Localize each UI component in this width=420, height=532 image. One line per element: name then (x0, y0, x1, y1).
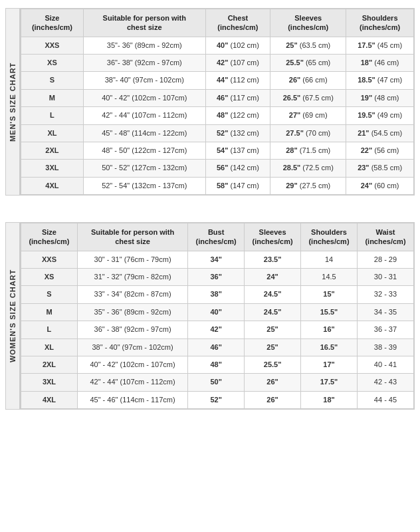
column-header: Size(inches/cm) (21, 9, 84, 37)
table-cell: 25.5" (65 cm) (270, 54, 346, 71)
table-cell: 35" - 36" (89cm - 92cm) (77, 303, 187, 321)
table-cell: 18.5" (47 cm) (346, 72, 414, 89)
table-cell: 18" (301, 391, 358, 408)
table-cell: 45" - 48" (114cm - 122cm) (83, 124, 205, 142)
table-cell: 3XL (21, 374, 78, 391)
table-cell: XXS (21, 251, 78, 268)
table-row: XL45" - 48" (114cm - 122cm)52" (132 cm)2… (21, 124, 414, 142)
table-cell: 42" - 44" (107cm - 112cm) (83, 107, 205, 124)
table-cell: 26" (245, 374, 301, 391)
table-cell: 2XL (21, 356, 78, 374)
mens-size-chart: MEN'S SIZE CHARTSize(inches/cm)Suitable … (5, 8, 415, 196)
table-cell: 28" (71.5 cm) (270, 142, 346, 159)
table-cell: 40" - 42" (102cm - 107cm) (83, 89, 205, 106)
table-cell: 23" (58.5 cm) (346, 160, 414, 177)
table-cell: 24.5" (245, 286, 301, 303)
table-row: XXS30" - 31" (76cm - 79cm)34" 23.5" 1428… (21, 251, 414, 268)
table-row: 3XL42" - 44" (107cm - 112cm)50" 26" 17.5… (21, 374, 414, 391)
table-cell: 15" (301, 286, 358, 303)
table-row: XS31" - 32" (79cm - 82cm)36" 24" 14.530 … (21, 269, 414, 286)
table-cell: 52" - 54" (132cm - 137cm) (83, 177, 205, 194)
table-cell: 26" (66 cm) (270, 72, 346, 89)
column-header: Waist(inches/cm) (357, 223, 413, 251)
table-cell: M (21, 89, 84, 106)
table-cell: 14 (301, 251, 358, 268)
table-cell: XXS (21, 37, 84, 54)
table-cell: 25" (245, 338, 301, 356)
table-row: S38"- 40" (97cm - 102cm)44" (112 cm)26" … (21, 72, 414, 89)
table-cell: 25" (63.5 cm) (270, 37, 346, 54)
table-cell: 16.5" (301, 338, 358, 356)
table-cell: 28.5" (72.5 cm) (270, 160, 346, 177)
table-cell: 58" (147 cm) (205, 177, 270, 194)
table-cell: 40" (102 cm) (205, 37, 270, 54)
table-cell: 30" - 31" (76cm - 79cm) (77, 251, 187, 268)
column-header: Sleeves(inches/cm) (270, 9, 346, 37)
table-cell: L (21, 107, 84, 124)
table-cell: 24" (245, 269, 301, 286)
table-cell: 36" (188, 269, 245, 286)
table-cell: 50" - 52" (127cm - 132cm) (83, 160, 205, 177)
table-cell: 56" (142 cm) (205, 160, 270, 177)
table-cell: 42" - 44" (107cm - 112cm) (77, 374, 187, 391)
table-cell: 25" (245, 321, 301, 338)
table-cell: 44" (112 cm) (205, 72, 270, 89)
table-cell: 19" (48 cm) (346, 89, 414, 106)
table-cell: 26.5" (67.5 cm) (270, 89, 346, 106)
table-cell: 15.5" (301, 303, 358, 321)
table-cell: 44 - 45 (357, 391, 413, 408)
table-cell: 14.5 (301, 269, 358, 286)
table-cell: 4XL (21, 391, 78, 408)
table-cell: 38"- 40" (97cm - 102cm) (83, 72, 205, 89)
table-cell: 54" (137 cm) (205, 142, 270, 159)
table-row: M35" - 36" (89cm - 92cm)40" 24.5" 15.5" … (21, 303, 414, 321)
table-row: 2XL40" - 42" (102cm - 107cm)48" 25.5" 17… (21, 356, 414, 374)
column-header: Size(inches/cm) (21, 223, 78, 251)
chart-label: MEN'S SIZE CHART (5, 8, 20, 196)
table-cell: 40" (188, 303, 245, 321)
table-cell: 17.5" (45 cm) (346, 37, 414, 54)
table-cell: 24" (60 cm) (346, 177, 414, 194)
table-row: 4XL52" - 54" (132cm - 137cm)58" (147 cm)… (21, 177, 414, 194)
table-cell: 42" (188, 321, 245, 338)
table-cell: 46" (117 cm) (205, 89, 270, 106)
table-cell: 16" (301, 321, 358, 338)
table-cell: XS (21, 269, 78, 286)
table-cell: S (21, 72, 84, 89)
table-cell: L (21, 321, 78, 338)
table-cell: 36 - 37 (357, 321, 413, 338)
column-header: Chest(inches/cm) (205, 9, 270, 37)
table-cell: 33" - 34" (82cm - 87cm) (77, 286, 187, 303)
table-cell: 45" - 46" (114cm - 117cm) (77, 391, 187, 408)
table-cell: 25.5" (245, 356, 301, 374)
column-header: Suitable for person withchest size (83, 9, 205, 37)
table-cell: S (21, 286, 78, 303)
table-cell: 38 - 39 (357, 338, 413, 356)
table-cell: 42" (107 cm) (205, 54, 270, 71)
table-cell: 22" (56 cm) (346, 142, 414, 159)
table-cell: 21" (54.5 cm) (346, 124, 414, 142)
table-row: XXS35"- 36" (89cm - 92cm)40" (102 cm)25"… (21, 37, 414, 54)
table-cell: 2XL (21, 142, 84, 159)
table-cell: 4XL (21, 177, 84, 194)
table-cell: 24.5" (245, 303, 301, 321)
table-cell: 34 - 35 (357, 303, 413, 321)
table-cell: 40" - 42" (102cm - 107cm) (77, 356, 187, 374)
table-row: L36" - 38" (92cm - 97cm)42" 25" 16" 36 -… (21, 321, 414, 338)
table-cell: 17.5" (301, 374, 358, 391)
table-cell: 3XL (21, 160, 84, 177)
column-header: Shoulders(inches/cm) (346, 9, 414, 37)
table-cell: 42 - 43 (357, 374, 413, 391)
table-row: XS36"- 38" (92cm - 97cm)42" (107 cm)25.5… (21, 54, 414, 71)
column-header: Sleeves(inches/cm) (245, 223, 301, 251)
chart-label: WOMEN'S SIZE CHART (5, 222, 20, 410)
table-row: L42" - 44" (107cm - 112cm)48" (122 cm)27… (21, 107, 414, 124)
table-cell: 52" (188, 391, 245, 408)
table-cell: 40 - 41 (357, 356, 413, 374)
table-cell: 52" (132 cm) (205, 124, 270, 142)
table-cell: 46" (188, 338, 245, 356)
table-cell: 18" (46 cm) (346, 54, 414, 71)
table-row: 2XL48" - 50" (122cm - 127cm)54" (137 cm)… (21, 142, 414, 159)
table-cell: XL (21, 124, 84, 142)
table-row: XL38" - 40" (97cm - 102cm)46" 25" 16.5" … (21, 338, 414, 356)
